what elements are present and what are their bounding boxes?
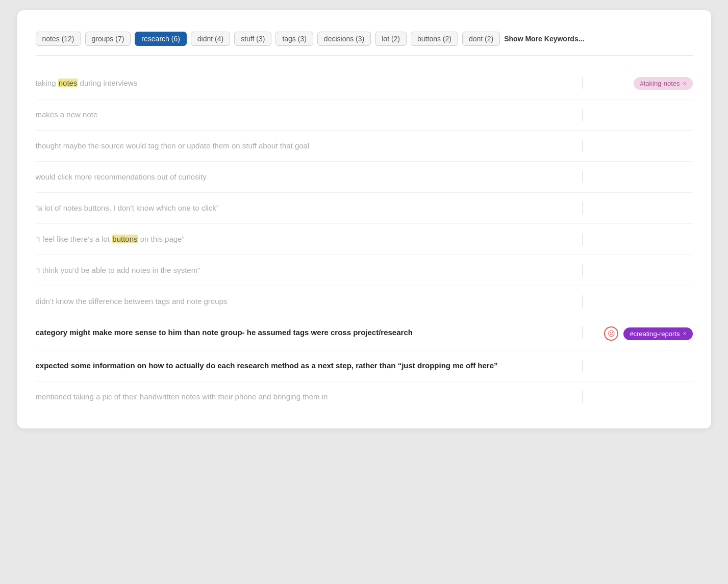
divider <box>36 55 693 56</box>
note-left-9: category might make more sense to him th… <box>36 326 583 339</box>
note-text-6[interactable]: “I feel like there’s a lot buttons on th… <box>36 233 570 245</box>
notes-container: taking notes during interviews#taking-no… <box>36 68 693 412</box>
note-row: makes a new note <box>36 99 693 131</box>
note-left-10: expected some information on how to actu… <box>36 360 583 372</box>
note-text-7[interactable]: “I think you’d be able to add notes in t… <box>36 264 570 276</box>
note-text-8[interactable]: didn’t know the difference between tags … <box>36 295 570 308</box>
note-left-3: thought maybe the source would tag then … <box>36 140 583 152</box>
note-left-8: didn’t know the difference between tags … <box>36 295 583 308</box>
keyword-tag-research[interactable]: research (6) <box>135 32 186 46</box>
note-left-5: “a lot of notes buttons, I don’t know wh… <box>36 202 583 214</box>
keyword-tag-buttons[interactable]: buttons (2) <box>411 32 458 46</box>
tag-badge-1[interactable]: #taking-notes× <box>634 77 692 90</box>
note-left-11: mentioned taking a pic of their handwrit… <box>36 391 583 403</box>
note-left-6: “I feel like there’s a lot buttons on th… <box>36 233 583 245</box>
main-card: notes (12)groups (7)research (6)didnt (4… <box>17 10 711 428</box>
note-row: category might make more sense to him th… <box>36 317 693 350</box>
note-text-3[interactable]: thought maybe the source would tag then … <box>36 140 570 152</box>
note-left-7: “I think you’d be able to add notes in t… <box>36 264 583 276</box>
show-more-keywords[interactable]: Show More Keywords... <box>504 35 584 43</box>
note-text-10[interactable]: expected some information on how to actu… <box>36 360 570 372</box>
note-left-2: makes a new note <box>36 109 583 121</box>
tag-label: #taking-notes <box>640 80 680 87</box>
note-text-11[interactable]: mentioned taking a pic of their handwrit… <box>36 391 570 403</box>
sentiment-negative-icon[interactable]: ☹ <box>604 326 618 341</box>
keyword-tag-tags[interactable]: tags (3) <box>275 32 313 46</box>
keyword-tag-groups[interactable]: groups (7) <box>85 32 131 46</box>
note-left-4: would click more recommendations out of … <box>36 171 583 183</box>
note-text-5[interactable]: “a lot of notes buttons, I don’t know wh… <box>36 202 570 214</box>
note-row: “I think you’d be able to add notes in t… <box>36 255 693 286</box>
tag-close-icon[interactable]: × <box>683 80 686 87</box>
note-right-1: #taking-notes× <box>591 77 693 90</box>
note-right-9: ☹#creating-reports× <box>591 326 693 341</box>
note-left-1: taking notes during interviews <box>36 77 583 89</box>
note-row: “I feel like there’s a lot buttons on th… <box>36 224 693 255</box>
keywords-row: notes (12)groups (7)research (6)didnt (4… <box>36 32 693 46</box>
keyword-tag-decisions[interactable]: decisions (3) <box>317 32 371 46</box>
note-text-4[interactable]: would click more recommendations out of … <box>36 171 570 183</box>
note-row: taking notes during interviews#taking-no… <box>36 68 693 99</box>
keyword-tag-didnt[interactable]: didnt (4) <box>191 32 230 46</box>
tag-badge-9[interactable]: #creating-reports× <box>623 327 692 340</box>
note-row: “a lot of notes buttons, I don’t know wh… <box>36 193 693 224</box>
keyword-tag-notes[interactable]: notes (12) <box>36 32 81 46</box>
note-text-2[interactable]: makes a new note <box>36 109 570 121</box>
keyword-tag-lot[interactable]: lot (2) <box>375 32 407 46</box>
keyword-tag-dont[interactable]: dont (2) <box>462 32 500 46</box>
note-row: expected some information on how to actu… <box>36 350 693 382</box>
note-row: mentioned taking a pic of their handwrit… <box>36 382 693 412</box>
note-row: would click more recommendations out of … <box>36 162 693 193</box>
note-text-1[interactable]: taking notes during interviews <box>36 77 570 89</box>
tag-close-icon[interactable]: × <box>683 330 686 337</box>
note-row: didn’t know the difference between tags … <box>36 286 693 317</box>
note-row: thought maybe the source would tag then … <box>36 131 693 162</box>
note-text-9[interactable]: category might make more sense to him th… <box>36 326 570 339</box>
tag-label: #creating-reports <box>630 330 680 338</box>
keyword-tag-stuff[interactable]: stuff (3) <box>234 32 271 46</box>
